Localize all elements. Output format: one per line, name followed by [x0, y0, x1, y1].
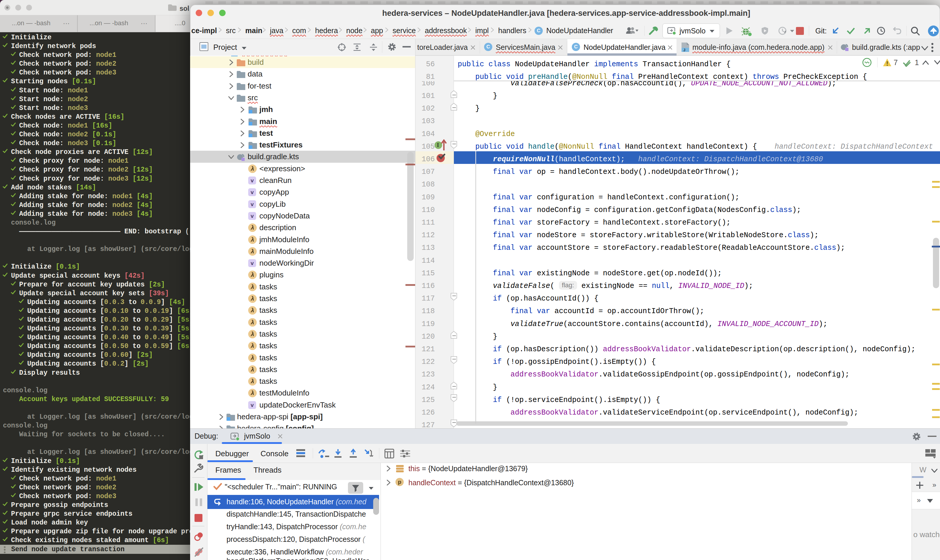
svg-text:J: J	[683, 48, 685, 52]
